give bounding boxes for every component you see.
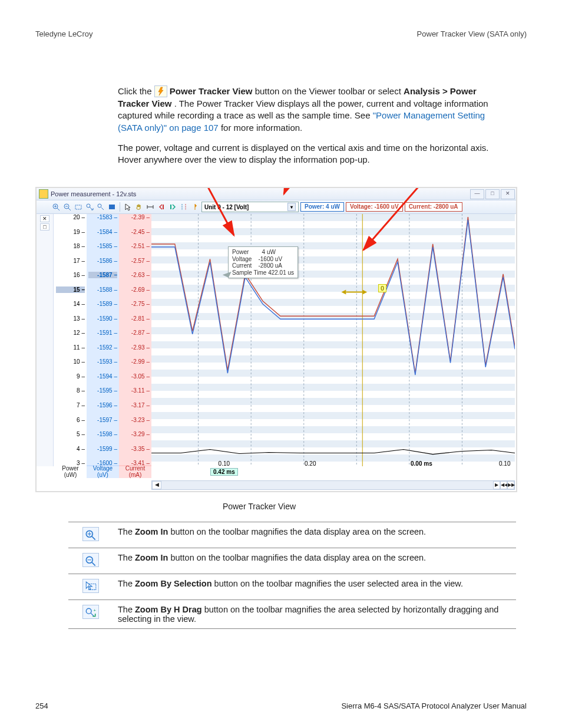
manual-title: Sierra M6-4 SAS/SATA Protocol Analyzer U… bbox=[341, 701, 527, 710]
zoom-selection-icon[interactable] bbox=[74, 202, 83, 212]
marker-config-icon[interactable] bbox=[179, 202, 189, 212]
svg-point-10 bbox=[98, 204, 101, 207]
voltage-readout: Voltage: -1600 uV bbox=[346, 202, 403, 212]
table-row: + The Zoom By H Drag button on the toolb… bbox=[68, 600, 516, 629]
time-axis: 0.100.42 ms 0.20 0.00 ms 0.10 bbox=[151, 460, 515, 478]
svg-line-35 bbox=[92, 536, 95, 539]
flag-next-icon[interactable] bbox=[168, 202, 177, 212]
voltage-axis: -1583 –-1584 –-1585 –-1586 –-1587 –-1588… bbox=[87, 214, 119, 466]
svg-rect-16 bbox=[163, 205, 164, 209]
svg-rect-17 bbox=[170, 205, 171, 209]
marker-zero-label: 0 bbox=[378, 284, 386, 292]
toolbar: Unit 0 - 12 [Volt] ▾ Power: 4 uW Voltage… bbox=[37, 200, 516, 214]
zoom-vdrag-icon[interactable] bbox=[96, 202, 105, 212]
scroll-ffwd-icon[interactable]: ▶▶ bbox=[507, 481, 514, 489]
hand-icon[interactable] bbox=[134, 202, 144, 212]
power-tracker-screenshot: Power measurement - 12v.sts — □ ✕ bbox=[35, 187, 517, 492]
scroll-rew-icon[interactable]: ◀◀ bbox=[500, 481, 507, 489]
table-row: The Zoom In button on the toolbar magnif… bbox=[68, 548, 516, 574]
svg-marker-29 bbox=[362, 290, 367, 295]
zoom-by-hdrag-icon: + bbox=[82, 605, 99, 619]
current-readout: Current: -2800 uA bbox=[405, 202, 462, 212]
zoom-out-icon[interactable] bbox=[62, 202, 72, 212]
unit-dropdown[interactable]: Unit 0 - 12 [Volt] ▾ bbox=[201, 202, 299, 212]
fit-icon[interactable] bbox=[107, 202, 117, 212]
zoom-in-icon[interactable] bbox=[51, 202, 61, 212]
pointer-icon[interactable] bbox=[123, 202, 133, 212]
span-icon[interactable] bbox=[146, 202, 155, 212]
tool-description-table: The Zoom In button on the toolbar magnif… bbox=[68, 522, 516, 629]
svg-line-11 bbox=[101, 207, 104, 210]
figure-caption: Power Tracker View bbox=[200, 502, 318, 511]
p1-btn-label: Power Tracker View bbox=[170, 86, 253, 96]
unit-dropdown-label: Unit 0 - 12 [Volt] bbox=[204, 204, 249, 210]
chevron-down-icon: ▾ bbox=[287, 203, 296, 211]
p2: The power, voltage and current is displa… bbox=[118, 142, 507, 166]
header-left: Teledyne LeCroy bbox=[35, 29, 93, 38]
scroll-play-icon[interactable]: ▶ bbox=[493, 481, 500, 489]
svg-line-43 bbox=[91, 613, 94, 616]
scroll-left-icon[interactable]: ◀ bbox=[152, 481, 161, 489]
power-tracker-view-icon bbox=[154, 85, 167, 97]
svg-line-2 bbox=[57, 208, 59, 210]
window-titlebar: Power measurement - 12v.sts — □ ✕ bbox=[37, 188, 516, 200]
axis-label-row: Power(uW) Voltage(uV) Current(mA) bbox=[54, 465, 151, 478]
power-axis: 20 –19 –18 –17 –16 –15 –14 –13 –12 –11 –… bbox=[54, 214, 87, 466]
table-row: The Zoom In button on the toolbar magnif… bbox=[68, 522, 516, 548]
current-axis: -2.39 –-2.45 –-2.51 –-2.57 –-2.63 –-2.69… bbox=[119, 214, 151, 466]
svg-rect-12 bbox=[109, 205, 115, 209]
p1-pre: Click the bbox=[118, 86, 154, 96]
plot-svg bbox=[151, 214, 515, 466]
main-content: Click the Power Tracker View button on t… bbox=[118, 85, 507, 166]
horizontal-scrollbar[interactable]: ◀ ▶ ◀◀ ▶▶ bbox=[151, 480, 515, 490]
p1-mid: button on the Viewer toolbar or select bbox=[255, 86, 404, 96]
marker-add-icon[interactable] bbox=[190, 202, 200, 212]
zoom-hdrag-icon[interactable] bbox=[85, 202, 94, 212]
y-axes: 20 –19 –18 –17 –16 –15 –14 –13 –12 –11 –… bbox=[54, 214, 151, 466]
power-readout: Power: 4 uW bbox=[300, 202, 344, 212]
close-button[interactable]: ✕ bbox=[501, 189, 515, 199]
hover-tooltip: Power 4 uW Voltage -1600 uV Current -280… bbox=[228, 246, 298, 278]
app-icon bbox=[39, 189, 48, 199]
svg-line-6 bbox=[68, 208, 71, 210]
header-right: Power Tracker View (SATA only) bbox=[417, 29, 527, 38]
window-title: Power measurement - 12v.sts bbox=[51, 190, 136, 197]
svg-marker-30 bbox=[341, 290, 346, 295]
plot-area[interactable]: 0 Power 4 uW Voltage -1600 uV Current -2… bbox=[151, 214, 515, 466]
svg-point-42 bbox=[86, 609, 91, 614]
chart-area[interactable]: 20 –19 –18 –17 –16 –15 –14 –13 –12 –11 –… bbox=[54, 214, 515, 466]
left-gutter: ✕□ bbox=[37, 214, 54, 466]
p1-end: for more information. bbox=[221, 123, 302, 133]
maximize-button[interactable]: □ bbox=[485, 189, 500, 199]
page-number: 254 bbox=[35, 701, 48, 710]
svg-line-39 bbox=[92, 562, 95, 565]
zoom-in-icon bbox=[82, 527, 99, 541]
zoom-by-selection-icon bbox=[82, 579, 99, 593]
table-row: The Zoom By Selection button on the tool… bbox=[68, 574, 516, 600]
minimize-button[interactable]: — bbox=[470, 189, 484, 199]
flag-prev-icon[interactable] bbox=[157, 202, 166, 212]
zoom-out-icon bbox=[82, 553, 99, 567]
svg-rect-8 bbox=[75, 205, 81, 209]
svg-marker-0 bbox=[158, 87, 163, 95]
svg-text:+: + bbox=[93, 608, 96, 613]
